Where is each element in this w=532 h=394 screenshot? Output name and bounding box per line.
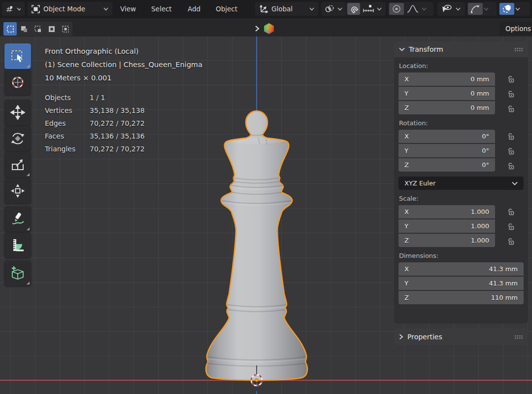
- options-button[interactable]: Options: [499, 22, 532, 36]
- panel-drag-grip-icon[interactable]: [514, 47, 523, 51]
- tool-measure[interactable]: [4, 232, 31, 258]
- snap-magnet-icon: [350, 5, 358, 13]
- scale-label: Scale:: [399, 195, 528, 202]
- snap-toggle-button[interactable]: [347, 3, 360, 15]
- location-z-field[interactable]: Z0 mm: [399, 101, 495, 114]
- select-intersect-icon: [62, 25, 69, 33]
- panel-drag-grip-icon[interactable]: [514, 335, 523, 339]
- queen-silhouette[interactable]: [206, 111, 307, 380]
- location-x-field[interactable]: X0 mm: [399, 72, 495, 86]
- dimensions-z-field[interactable]: Z110 mm: [399, 291, 524, 304]
- has-submenu-triangle: [27, 227, 30, 230]
- show-gizmo-dropdown[interactable]: [437, 2, 465, 16]
- cursor-3d-icon: [246, 365, 267, 394]
- select-mode-set-button[interactable]: [3, 22, 17, 36]
- rotation-x-field[interactable]: X0°: [399, 130, 495, 143]
- chevron-down-icon: [337, 7, 342, 11]
- lock-open-icon[interactable]: [507, 105, 514, 112]
- transform-icon: [10, 183, 25, 198]
- chevron-right-icon: [254, 25, 260, 32]
- rotation-mode-select[interactable]: XYZ Euler: [399, 177, 524, 190]
- menu-add[interactable]: Add: [183, 2, 205, 16]
- properties-panel-title: Properties: [407, 333, 442, 341]
- tool-select-box[interactable]: [4, 43, 31, 69]
- menu-select[interactable]: Select: [146, 2, 177, 16]
- rotation-z-field[interactable]: Z0°: [399, 158, 495, 172]
- lock-open-icon[interactable]: [507, 147, 514, 155]
- dimensions-label: Dimensions:: [399, 252, 528, 259]
- lock-open-icon[interactable]: [507, 162, 514, 170]
- show-overlays-button[interactable]: [468, 3, 483, 15]
- tool-move[interactable]: [4, 100, 31, 125]
- chevron-down-icon[interactable]: [484, 7, 489, 11]
- tool-cursor[interactable]: [4, 70, 31, 95]
- lock-open-icon[interactable]: [507, 133, 514, 140]
- rotation-label: Rotation:: [399, 119, 528, 127]
- show-overlays-group: [467, 2, 497, 16]
- chevron-down-icon[interactable]: [377, 7, 382, 11]
- location-label: Location:: [399, 62, 528, 70]
- chess-queen-object[interactable]: [193, 107, 321, 384]
- mesh-data-cube-icon: [263, 23, 275, 35]
- select-set-icon: [6, 25, 14, 33]
- object-mode-icon: [32, 5, 40, 13]
- scale-x-field[interactable]: X1.000: [399, 205, 495, 218]
- menu-view[interactable]: View: [115, 2, 141, 16]
- editor-type-button[interactable]: [2, 2, 25, 16]
- select-box-icon: [10, 49, 25, 64]
- menu-object[interactable]: Object: [211, 2, 242, 16]
- object-mode-dropdown[interactable]: Object Mode: [28, 2, 112, 16]
- tool-annotate[interactable]: [4, 206, 31, 232]
- scale-z-field[interactable]: Z1.000: [399, 234, 495, 247]
- location-y-field[interactable]: Y0 mm: [399, 87, 495, 100]
- falloff-type-button[interactable]: [405, 3, 421, 15]
- chevron-right-icon: [399, 334, 403, 340]
- has-submenu-triangle: [27, 173, 30, 176]
- show-gizmo-icon: [441, 4, 452, 13]
- dimensions-y-field[interactable]: Y41.3 mm: [399, 277, 524, 290]
- viewport-breadcrumb[interactable]: [254, 22, 275, 36]
- transform-panel-header[interactable]: Transform: [394, 41, 528, 57]
- viewport-header: Object Mode View Select Add Object Globa…: [0, 0, 532, 18]
- proportional-group: [388, 2, 433, 16]
- select-mode-invert-button[interactable]: [45, 22, 58, 36]
- dimensions-x-field[interactable]: X41.3 mm: [399, 262, 524, 276]
- active-object-text: (1) Scene Collection | Chess_Queen_Enigm…: [45, 58, 202, 72]
- select-mode-intersect-button[interactable]: [59, 22, 72, 36]
- tool-rotate[interactable]: [4, 126, 31, 151]
- select-subtract-icon: [34, 25, 42, 33]
- proportional-editing-button[interactable]: [389, 3, 404, 15]
- tool-transform[interactable]: [4, 178, 31, 204]
- snap-target-icon: [363, 4, 374, 13]
- scale-icon: [10, 157, 25, 172]
- snap-target-button[interactable]: [361, 3, 376, 15]
- view-name-text: Front Orthographic (Local): [45, 45, 202, 58]
- xray-toggle-button[interactable]: [499, 3, 514, 15]
- crown-top-face: [229, 138, 285, 144]
- viewport-overlay-text: Front Orthographic (Local) (1) Scene Col…: [45, 45, 202, 85]
- lock-open-icon[interactable]: [507, 90, 514, 98]
- pivot-point-dropdown[interactable]: [321, 2, 346, 16]
- lock-open-icon[interactable]: [507, 75, 514, 83]
- transform-panel-title: Transform: [409, 45, 443, 53]
- transform-orientation-dropdown[interactable]: Global: [255, 2, 318, 16]
- options-button-label: Options: [505, 25, 531, 33]
- select-mode-subtract-button[interactable]: [31, 22, 44, 36]
- chevron-down-icon[interactable]: [515, 7, 520, 11]
- lock-open-icon[interactable]: [507, 208, 514, 215]
- annotate-pen-icon: [10, 212, 25, 226]
- properties-panel-header[interactable]: Properties: [394, 328, 528, 345]
- editor-type-3d-viewport-icon: [6, 5, 13, 13]
- tool-scale[interactable]: [4, 152, 31, 178]
- lock-open-icon[interactable]: [507, 223, 514, 230]
- chevron-down-icon[interactable]: [422, 7, 427, 11]
- lock-open-icon[interactable]: [507, 238, 514, 245]
- tool-add-cube[interactable]: [4, 260, 31, 286]
- scale-y-field[interactable]: Y1.000: [399, 219, 495, 233]
- stat-value: 70,272 / 70,272: [90, 117, 145, 130]
- chevron-down-icon: [309, 7, 314, 11]
- chevron-down-icon: [17, 7, 21, 11]
- rotation-y-field[interactable]: Y0°: [399, 144, 495, 157]
- select-mode-extend-button[interactable]: [17, 22, 31, 36]
- stat-label: Edges: [45, 117, 90, 130]
